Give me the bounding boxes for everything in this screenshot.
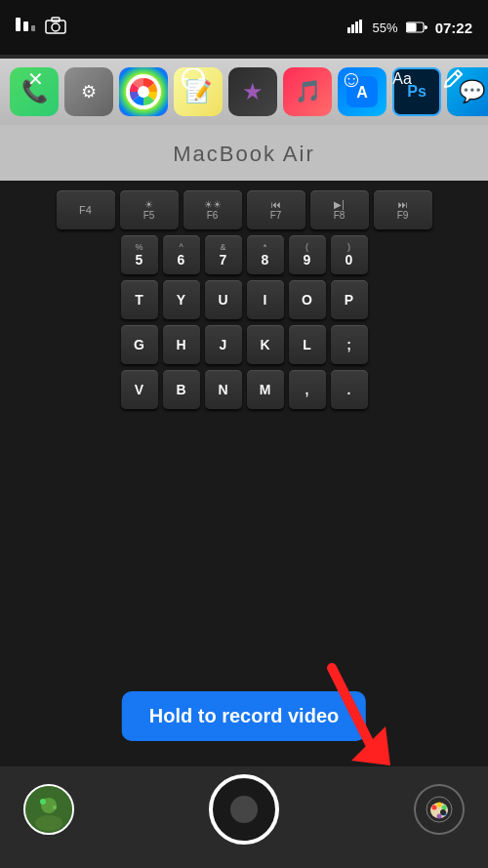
svg-point-28	[442, 806, 447, 810]
pen-icon[interactable]	[435, 62, 470, 97]
svg-rect-1	[23, 21, 28, 31]
key-f6: ☀☀ F6	[183, 190, 242, 229]
key-row-numbers: %5 ^6 &7 *8 (9 )0	[10, 235, 478, 274]
key-comma: ,	[289, 370, 326, 409]
key-f8: ▶| F8	[310, 190, 369, 229]
key-v: V	[121, 370, 158, 409]
key-9: (9	[289, 235, 326, 274]
svg-rect-0	[16, 18, 20, 31]
toolbar-right-icons: ☺ Aa	[334, 62, 470, 97]
svg-point-22	[40, 799, 46, 805]
key-g: G	[121, 325, 158, 364]
svg-rect-11	[407, 23, 416, 31]
key-row-ghjk: G H J K L ;	[10, 325, 478, 364]
bottom-controls	[0, 751, 488, 868]
svg-rect-5	[52, 18, 60, 21]
flip-camera-icon[interactable]	[176, 62, 211, 97]
key-f5: ☀ F5	[120, 190, 179, 229]
svg-point-23	[53, 806, 57, 809]
record-arrow	[312, 658, 390, 775]
status-left	[16, 17, 66, 39]
avatar-thumbnail[interactable]	[23, 784, 74, 835]
svg-marker-18	[351, 726, 390, 765]
svg-point-4	[52, 23, 60, 31]
status-bar: 55% 07:22	[0, 0, 488, 55]
key-p: P	[331, 280, 368, 319]
key-f7: ⏮ F7	[247, 190, 305, 229]
key-l: L	[289, 325, 326, 364]
key-t: T	[121, 280, 158, 319]
svg-rect-2	[31, 25, 35, 31]
close-icon[interactable]: ✕	[18, 62, 53, 97]
key-m: M	[247, 370, 284, 409]
keyboard-area: F4 ☀ F5 ☀☀ F6 ⏮ F7 ▶| F8 ⏭ F9	[0, 181, 488, 766]
key-semicolon: ;	[331, 325, 368, 364]
status-right: 55% 07:22	[347, 18, 472, 38]
svg-point-30	[437, 814, 442, 819]
wifi-icon	[16, 18, 35, 38]
svg-rect-7	[351, 24, 354, 33]
key-5: %5	[121, 235, 158, 274]
shutter-inner	[230, 796, 258, 823]
svg-point-21	[35, 815, 62, 831]
smiley-icon[interactable]: ☺	[334, 62, 369, 97]
top-toolbar: ✕ ☺ Aa	[0, 55, 488, 103]
palette-button[interactable]	[414, 784, 465, 835]
key-f9: ⏭ F9	[374, 190, 432, 229]
svg-line-17	[332, 668, 371, 746]
key-6: ^6	[163, 235, 200, 274]
key-row-tyui: T Y U I O P	[10, 280, 478, 319]
shutter-button[interactable]	[209, 774, 279, 845]
key-0: )0	[331, 235, 368, 274]
svg-point-31	[440, 809, 446, 815]
status-time: 07:22	[435, 20, 472, 36]
record-banner-text: Hold to record video	[149, 705, 339, 726]
key-u: U	[205, 280, 242, 319]
svg-point-26	[432, 806, 437, 810]
key-o: O	[289, 280, 326, 319]
svg-rect-9	[359, 20, 362, 33]
key-y: Y	[163, 280, 200, 319]
svg-line-12	[455, 73, 459, 77]
key-b: B	[163, 370, 200, 409]
key-row-fn: F4 ☀ F5 ☀☀ F6 ⏮ F7 ▶| F8 ⏭ F9	[10, 190, 478, 229]
svg-point-27	[437, 803, 442, 807]
battery-icon	[406, 18, 427, 38]
camera-status-icon	[45, 17, 66, 39]
toolbar-center	[176, 62, 211, 97]
battery-level: 55%	[373, 21, 398, 35]
key-i: I	[247, 280, 284, 319]
key-h: H	[163, 325, 200, 364]
key-k: K	[247, 325, 284, 364]
key-n: N	[205, 370, 242, 409]
key-j: J	[205, 325, 242, 364]
svg-rect-6	[347, 27, 350, 33]
key-row-vbnm: V B N M , .	[10, 370, 478, 409]
svg-rect-8	[355, 21, 358, 33]
key-7: &7	[205, 235, 242, 274]
key-period: .	[331, 370, 368, 409]
font-icon[interactable]: Aa	[385, 62, 420, 97]
key-8: *8	[247, 235, 284, 274]
signal-icon	[347, 18, 365, 38]
macbook-label-area: MacBook Air	[0, 125, 488, 184]
key-f4: F4	[57, 190, 115, 229]
macbook-label: MacBook Air	[173, 142, 315, 167]
